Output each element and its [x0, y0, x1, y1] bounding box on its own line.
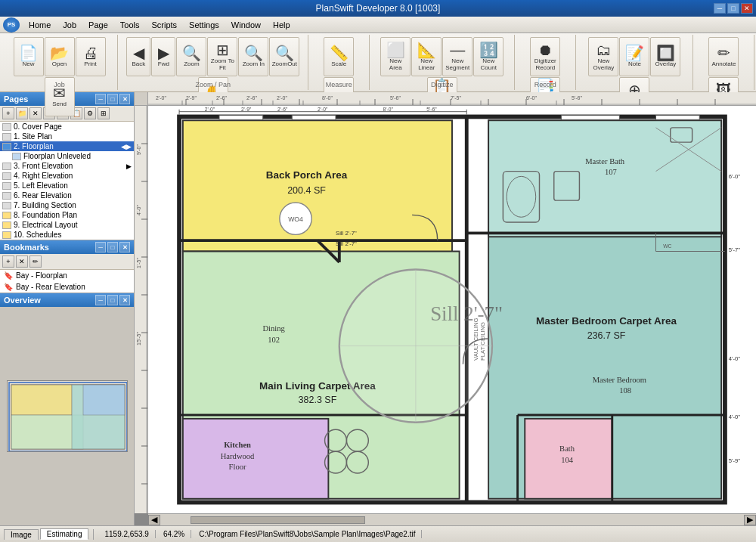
new-overlay-button[interactable]: 🗂 New Overlay — [588, 37, 618, 76]
zoom-button[interactable]: 🔍 Zoom — [176, 37, 206, 76]
overview-close-icon[interactable]: ✕ — [119, 295, 130, 305]
toolbar-group-annotate: ✏ Annotate 🖼 eFrame Overlay — [694, 35, 754, 90]
annotate-button[interactable]: ✏ Annotate — [708, 37, 739, 76]
note-icon: 📝 — [625, 45, 644, 60]
note-button[interactable]: 📝 Note — [619, 37, 649, 76]
print-icon: 🖨 — [83, 45, 98, 60]
svg-text:4'-0": 4'-0" — [729, 355, 741, 362]
new-button[interactable]: 📄 New — [14, 37, 44, 76]
svg-rect-62 — [488, 120, 721, 237]
svg-text:200.4 SF: 200.4 SF — [287, 185, 326, 196]
page-item-2[interactable]: 2. Floorplan ◀▶ — [0, 141, 134, 151]
svg-text:5'-7": 5'-7" — [729, 246, 741, 253]
overview-header-icons: ─ □ ✕ — [95, 295, 130, 305]
minimize-button[interactable]: ─ — [714, 3, 726, 14]
bm-delete-btn[interactable]: ✕ — [16, 256, 28, 268]
bookmarks-title: Bookmarks — [4, 243, 49, 252]
page-item-3[interactable]: 3. Front Elevation ▶ — [0, 161, 134, 171]
left-panel: Pages ─ □ ✕ + 📁 ✕ ↑ ↓ 📋 ⚙ ⊞ 0. Cover Pa — [0, 92, 135, 525]
menu-tools[interactable]: Tools — [114, 19, 146, 31]
menu-home[interactable]: Home — [23, 19, 57, 31]
page-item-10[interactable]: 10. Schedules — [0, 230, 134, 240]
digitizer-record-button[interactable]: ⏺ Digitizer Record — [530, 37, 560, 76]
svg-text:Hardwood: Hardwood — [221, 452, 255, 460]
overlay-button[interactable]: 🔲 Overlay — [650, 37, 680, 76]
overview-expand-icon[interactable]: □ — [107, 295, 118, 305]
bm-add-btn[interactable]: + — [2, 256, 14, 268]
zoom-icon: 🔍 — [182, 45, 201, 60]
hscroll-left-btn[interactable]: ◀ — [148, 515, 160, 525]
bookmark-bay-rear-elevation[interactable]: 🔖 Bay - Rear Elevation — [0, 281, 134, 293]
svg-text:107: 107 — [605, 168, 617, 176]
drawing-area[interactable]: 2'-0" 2'-9" 2'-6" 2'-6" 2'-0" 8'-0" 5'-6… — [135, 92, 756, 525]
job-group-label: Job — [54, 81, 65, 88]
tab-image[interactable]: Image — [4, 529, 39, 540]
new-count-button[interactable]: 🔢 New Count — [473, 37, 503, 76]
hscroll-thumb[interactable] — [191, 516, 364, 524]
page-item-9[interactable]: 9. Electrical Layout — [0, 220, 134, 230]
menu-window[interactable]: Window — [225, 19, 267, 31]
status-divider-1 — [93, 529, 94, 540]
svg-text:382.3 SF: 382.3 SF — [299, 395, 337, 405]
print-button[interactable]: 🖨 Print — [76, 37, 106, 76]
menu-scripts[interactable]: Scripts — [145, 19, 183, 31]
svg-text:2'-0": 2'-0" — [205, 107, 215, 112]
menu-job[interactable]: Job — [57, 19, 82, 31]
floor-plan[interactable]: Back Porch Area 200.4 SF WO4 Main Living… — [148, 106, 756, 513]
page-item-8[interactable]: 8. Foundation Plan — [0, 210, 134, 220]
bookmark-icon-1: 🔖 — [4, 271, 13, 280]
zoomout-button[interactable]: 🔍 ZoomOut — [269, 37, 299, 76]
open-button[interactable]: 📂 Open — [45, 37, 75, 76]
page-item-1[interactable]: 1. Site Plan — [0, 132, 134, 141]
svg-text:Master Bedroom Carpet Area: Master Bedroom Carpet Area — [536, 315, 677, 327]
scale-button[interactable]: 📏 Scale — [324, 37, 354, 76]
status-coordinates: 1159.2,653.9 — [98, 530, 155, 538]
horizontal-scrollbar[interactable]: ◀ ▶ — [148, 513, 756, 525]
zoom-to-fit-button[interactable]: ⊞ Zoom To Fit — [207, 37, 237, 76]
bookmarks-expand-icon[interactable]: □ — [107, 242, 118, 252]
toolbar: 📄 New 📂 Open 🖨 Print ✉ Send Job ◀ Back — [0, 33, 756, 92]
page-item-5[interactable]: 5. Left Elevation — [0, 181, 134, 190]
new-linear-button[interactable]: 📐 New Linear — [411, 37, 442, 76]
page-item-7[interactable]: 7. Building Section — [0, 200, 134, 210]
bm-edit-btn[interactable]: ✏ — [29, 256, 42, 268]
bookmarks-minimize-icon[interactable]: ─ — [95, 242, 106, 252]
fwd-icon: ▶ — [158, 45, 169, 60]
svg-text:7'-5": 7'-5" — [451, 95, 461, 101]
bookmarks-panel-header: Bookmarks ─ □ ✕ — [0, 240, 134, 254]
measure-group-label: Measure — [326, 81, 352, 88]
page-item-floorplan-unleveled[interactable]: Floorplan Unleveled — [0, 151, 134, 161]
menu-page[interactable]: Page — [82, 19, 114, 31]
bookmarks-close-icon[interactable]: ✕ — [119, 242, 130, 252]
svg-text:9'-0": 9'-0" — [136, 144, 141, 155]
svg-text:Back Porch Area: Back Porch Area — [266, 169, 348, 181]
window-controls[interactable]: ─ □ ✕ — [714, 3, 753, 14]
overview-map[interactable] — [7, 380, 128, 452]
page-item-4[interactable]: 4. Right Elevation — [0, 171, 134, 181]
menu-help[interactable]: Help — [267, 19, 296, 31]
overview-minimize-icon[interactable]: ─ — [95, 295, 106, 305]
bookmarks-panel: Bookmarks ─ □ ✕ + ✕ ✏ 🔖 Bay - Floorplan … — [0, 240, 134, 293]
open-icon: 📂 — [50, 45, 69, 60]
svg-rect-75 — [219, 116, 263, 120]
svg-text:Master Bath: Master Bath — [585, 157, 625, 166]
zoom-in-button[interactable]: 🔍 Zoom In — [238, 37, 268, 76]
new-count-icon: 🔢 — [479, 42, 498, 57]
menu-settings[interactable]: Settings — [183, 19, 225, 31]
new-segment-button[interactable]: — New Segment — [442, 37, 472, 76]
toolbar-group-navigate: ◀ Back ▶ Fwd 🔍 Zoom ⊞ Zoom To Fit 🔍 Zoom… — [119, 35, 308, 90]
new-segment-icon: — — [450, 42, 465, 57]
bookmark-bay-floorplan[interactable]: 🔖 Bay - Floorplan — [0, 270, 134, 281]
page-item-6[interactable]: 6. Rear Elevation — [0, 190, 134, 200]
hscroll-right-btn[interactable]: ▶ — [744, 515, 756, 525]
tab-estimating[interactable]: Estimating — [40, 528, 89, 540]
close-button[interactable]: ✕ — [741, 3, 753, 14]
restore-button[interactable]: □ — [727, 3, 739, 14]
back-button[interactable]: ◀ Back — [126, 37, 150, 76]
fwd-button[interactable]: ▶ Fwd — [151, 37, 175, 76]
navigate-group-label: Zoom / Pan — [196, 81, 231, 88]
overview-content — [0, 307, 134, 525]
toolbar-group-overlay: 🗂 New Overlay 📝 Note 🔲 Overlay ⊕ Align O… — [577, 35, 693, 90]
hscroll-track[interactable] — [162, 516, 742, 524]
new-area-button[interactable]: ⬜ New Area — [380, 37, 411, 76]
